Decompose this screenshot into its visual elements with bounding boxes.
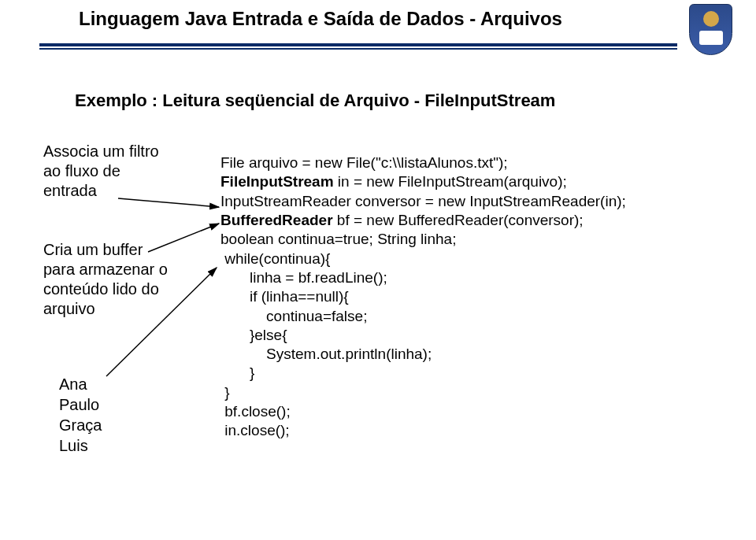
- code-line: File arquivo = new File("c:\\listaAlunos…: [220, 154, 508, 171]
- example-subtitle: Exemplo : Leitura seqüencial de Arquivo …: [75, 91, 555, 111]
- annotation-text: arquivo: [43, 299, 197, 319]
- code-block: File arquivo = new File("c:\\listaAlunos…: [220, 153, 626, 441]
- page-title: Linguagem Java Entrada e Saída de Dados …: [79, 8, 724, 30]
- program-output: Ana Paulo Graça Luis: [59, 374, 102, 456]
- code-line: boolean continua=true; String linha;: [220, 231, 456, 247]
- output-line: Ana: [59, 374, 102, 394]
- institution-logo: [689, 4, 736, 59]
- code-line: continua=false;: [220, 308, 367, 324]
- annotation-text: Cria um buffer: [43, 240, 197, 260]
- code-line: bf = new BufferedReader(conversor);: [333, 212, 584, 228]
- code-line: linha = bf.readLine();: [220, 269, 387, 286]
- code-line: if (linha==null){: [220, 288, 349, 305]
- output-line: Paulo: [59, 394, 102, 415]
- code-keyword: FileInputStream: [220, 173, 334, 190]
- code-line: in = new FileInputStream(arquivo);: [334, 173, 567, 190]
- annotation-text: ao fluxo de: [43, 161, 197, 181]
- annotation-buffer: Cria um buffer para armazenar o conteúdo…: [43, 240, 197, 319]
- annotation-text: para armazenar o: [43, 260, 197, 279]
- code-line: bf.close();: [220, 403, 291, 420]
- code-line: }else{: [220, 327, 287, 343]
- annotation-text: entrada: [43, 181, 197, 201]
- annotation-text: Associa um filtro: [43, 142, 197, 161]
- code-line: while(continua){: [220, 250, 330, 267]
- output-line: Graça: [59, 415, 102, 435]
- code-keyword: BufferedReader: [220, 212, 333, 228]
- code-line: }: [220, 364, 254, 381]
- code-line: InputStreamReader conversor = new InputS…: [220, 193, 626, 209]
- annotation-text: conteúdo lido do: [43, 279, 197, 299]
- code-line: in.close();: [220, 422, 290, 438]
- code-line: System.out.println(linha);: [220, 346, 432, 362]
- annotation-filter: Associa um filtro ao fluxo de entrada: [43, 142, 197, 201]
- header-rule: [39, 43, 677, 50]
- code-line: }: [220, 384, 230, 401]
- output-line: Luis: [59, 435, 102, 456]
